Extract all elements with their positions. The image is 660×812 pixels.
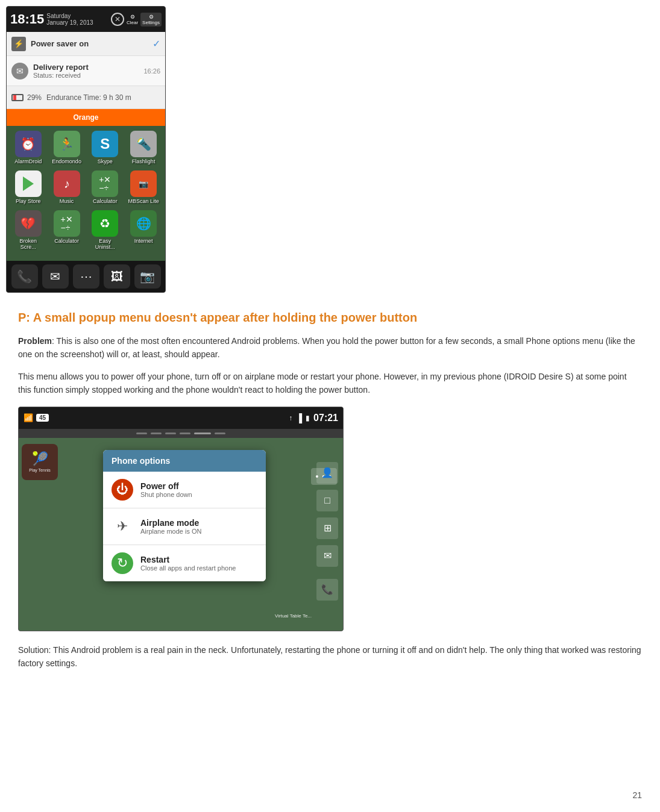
music-icon: ♪	[54, 170, 80, 197]
right-icon-person: 👤	[316, 462, 338, 484]
dock-apps[interactable]: ⋯	[73, 264, 99, 289]
power-saver-row: ⚡ Power saver on ✓	[7, 32, 165, 56]
solution-paragraph: Solution: This Android problem is a real…	[18, 643, 642, 670]
app-row-1: ⏰ AlarmDroid 🏃 Endomondo S Skype 🔦 Flash…	[9, 131, 163, 164]
app-item-playstore[interactable]: Play Store	[11, 170, 45, 204]
dashes-line	[19, 429, 343, 438]
popup-item-airplane[interactable]: ✈ Airplane mode Airplane mode is ON	[103, 508, 266, 545]
app-item-calc2[interactable]: +✕−÷ Calculator	[50, 210, 83, 250]
delivery-icon: ✉	[11, 63, 28, 80]
dash-3	[165, 433, 176, 434]
settings-button[interactable]: ⚙ Settings	[140, 13, 162, 27]
check-icon: ✓	[152, 38, 160, 49]
app-item-skype[interactable]: S Skype	[89, 131, 122, 164]
popup-item-text-poweroff: Power off Shut phone down	[140, 481, 192, 498]
endomondo-icon: 🏃	[54, 131, 80, 157]
dock-bar: 📞 ✉ ⋯ 🖼 📷	[7, 261, 165, 292]
phone-second-inner: 📶 45 ↑ ▐ ▮ 07:21	[18, 407, 344, 631]
app-item-internet[interactable]: 🌐 Internet	[127, 210, 160, 250]
delivery-text: Delivery report Status: received	[33, 63, 143, 79]
phone-options-popup: Phone options ⏻ Power off Shut phone dow…	[103, 450, 266, 581]
skype-icon: S	[92, 131, 118, 157]
airplane-icon: ✈	[112, 516, 133, 537]
settings-icon: ⚙	[149, 14, 154, 20]
app-grid: ⏰ AlarmDroid 🏃 Endomondo S Skype 🔦 Flash…	[7, 126, 165, 261]
popup-item-text-restart: Restart Close all apps and restart phone	[140, 555, 236, 572]
status2-right: ↑ ▐ ▮ 07:21	[289, 413, 338, 423]
bg-app-1: 🎾 Play Tennis	[22, 444, 58, 480]
signal-strength-icon: ▐	[296, 413, 302, 423]
power-saver-icon: ⚡	[11, 37, 26, 51]
dock-gallery[interactable]: 🖼	[104, 264, 130, 289]
playstore-icon	[15, 170, 42, 197]
status2-time: 07:21	[313, 413, 338, 423]
delivery-row: ✉ Delivery report Status: received 16:26	[7, 56, 165, 86]
paragraph-2: This menu allows you to power off your p…	[18, 370, 642, 397]
status-bar-2: 📶 45 ↑ ▐ ▮ 07:21	[19, 407, 343, 429]
battery-icon-2: ▮	[306, 414, 310, 422]
power-saver-text: Power saver on	[31, 39, 152, 48]
alarm-icon: ⏰	[15, 131, 42, 157]
right-icon-grid: ⊞	[316, 517, 338, 539]
solution-label: Solution	[18, 645, 49, 655]
status-icons: ✕ ⚙ Clear ⚙ Settings	[111, 13, 162, 27]
flashlight-icon: 🔦	[130, 131, 157, 157]
sim-icon: 📶	[24, 413, 33, 422]
bg-apps: 🎾 Play Tennis	[19, 438, 106, 631]
app-row-3: 💔 Broken Scre... +✕−÷ Calculator ♻ Easy …	[9, 210, 163, 250]
right-icon-envelope: ✉	[316, 545, 338, 567]
app-row-2: Play Store ♪ Music +✕−÷ Calculator 📷 MBS…	[9, 170, 163, 204]
dash-1	[136, 433, 147, 434]
dock-email[interactable]: ✉	[42, 264, 69, 289]
app-item-calculator[interactable]: +✕−÷ Calculator	[89, 170, 122, 204]
status-date: Saturday January 19, 2013	[46, 13, 93, 26]
status2-left: 📶 45	[24, 413, 49, 422]
popup-item-text-airplane: Airplane mode Airplane mode is ON	[140, 518, 202, 535]
page-number: 21	[632, 790, 642, 800]
gear-outer-icon: ⚙	[130, 14, 135, 20]
phone-body-2: 🎾 Play Tennis • • • Phone options ⏻	[19, 438, 343, 631]
status-bar: 18:15 Saturday January 19, 2013 ✕ ⚙ Clea…	[7, 7, 165, 32]
app-item-alarmdroid[interactable]: ⏰ AlarmDroid	[11, 131, 45, 164]
close-icon: ✕	[111, 13, 124, 26]
popup-header: Phone options	[103, 450, 266, 472]
svg-marker-0	[23, 176, 34, 191]
dash-5	[194, 433, 211, 434]
dock-phone[interactable]: 📞	[11, 264, 38, 289]
main-content: P: A small popup menu doesn't appear aft…	[0, 293, 660, 688]
popup-item-restart[interactable]: ↻ Restart Close all apps and restart pho…	[103, 545, 266, 581]
phone-screenshot-second: 📶 45 ↑ ▐ ▮ 07:21	[18, 407, 642, 631]
app-item-music[interactable]: ♪ Music	[50, 170, 83, 204]
power-off-icon: ⏻	[112, 479, 133, 501]
dock-camera[interactable]: 📷	[134, 264, 161, 289]
arrow-up-icon: ↑	[289, 414, 292, 422]
right-icons: 👤 □ ⊞ ✉ 📞	[316, 462, 338, 601]
internet-icon: 🌐	[130, 210, 157, 237]
problem-label: Problem	[18, 336, 52, 346]
battery-icon	[11, 94, 24, 101]
right-icon-square: □	[316, 490, 338, 511]
broken-icon: 💔	[15, 210, 42, 237]
paragraph-1: Problem: This is also one of the most of…	[18, 334, 642, 361]
app-item-broken[interactable]: 💔 Broken Scre...	[11, 210, 45, 250]
phone-screenshot-top: 18:15 Saturday January 19, 2013 ✕ ⚙ Clea…	[6, 6, 166, 293]
restart-icon: ↻	[112, 552, 133, 574]
virtual-table-label: Virtual Table Te...	[275, 613, 312, 619]
mdscan-icon: 📷	[130, 170, 157, 197]
section-heading: P: A small popup menu doesn't appear aft…	[18, 311, 642, 325]
app-item-flashlight[interactable]: 🔦 Flashlight	[127, 131, 160, 164]
status-time: 18:15	[10, 11, 44, 27]
dash-6	[215, 433, 225, 434]
notification-badge: 45	[36, 414, 49, 422]
app-item-mdscan[interactable]: 📷 MBScan Lite	[127, 170, 160, 204]
app-item-easyuninstall[interactable]: ♻ Easy Uninst...	[89, 210, 122, 250]
popup-item-poweroff[interactable]: ⏻ Power off Shut phone down	[103, 472, 266, 508]
calculator-icon: +✕−÷	[92, 170, 118, 197]
right-icon-phone: 📞	[316, 579, 338, 601]
dash-4	[180, 433, 190, 434]
easy-uninstall-icon: ♻	[92, 210, 118, 237]
clear-button[interactable]: ⚙ Clear	[127, 14, 138, 25]
app-item-endomondo[interactable]: 🏃 Endomondo	[50, 131, 83, 164]
orange-bar: Orange	[7, 109, 165, 126]
battery-row: 29% Endurance Time: 9 h 30 m	[7, 86, 165, 109]
